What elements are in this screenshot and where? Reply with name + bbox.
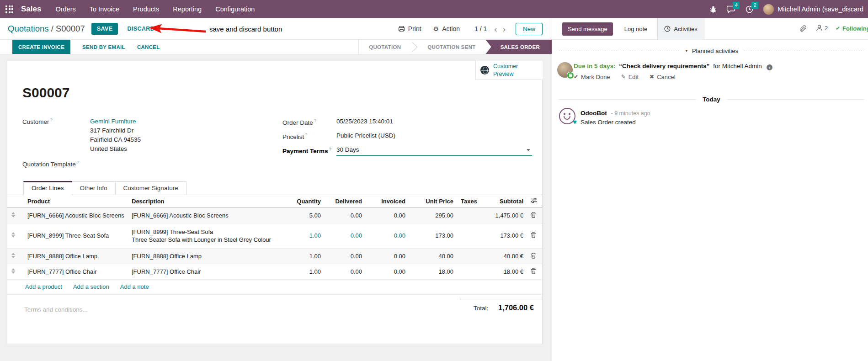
col-delivered[interactable]: Delivered — [325, 195, 366, 207]
col-invoiced[interactable]: Invoiced — [366, 195, 409, 207]
breadcrumb-quotations[interactable]: Quotations — [8, 24, 48, 33]
cell-taxes[interactable] — [457, 264, 478, 279]
activity-type-badge-icon — [567, 72, 574, 79]
cell-description[interactable]: [FURN_8888] Office Lamp — [128, 248, 283, 264]
discard-button[interactable]: DISCARD — [127, 26, 154, 32]
cell-product[interactable]: [FURN_7777] Office Chair — [18, 264, 128, 279]
add-note-link[interactable]: Add a note — [120, 283, 149, 290]
activities-tab[interactable]: Activities — [657, 18, 704, 40]
drag-handle-icon[interactable] — [11, 212, 15, 218]
col-subtotal[interactable]: Subtotal — [478, 195, 527, 207]
delete-row-button[interactable] — [531, 232, 536, 238]
drag-handle-icon[interactable] — [11, 268, 15, 274]
delete-row-button[interactable] — [531, 268, 536, 274]
new-button[interactable]: New — [516, 23, 543, 35]
apps-menu-icon[interactable] — [5, 5, 13, 13]
cell-taxes[interactable] — [457, 223, 478, 248]
cell-taxes[interactable] — [457, 207, 478, 223]
menu-orders[interactable]: Orders — [55, 5, 75, 13]
order-date-value[interactable]: 05/25/2023 15:40:01 — [336, 118, 393, 125]
check-icon: ✔ — [574, 73, 578, 81]
cancel-button[interactable]: CANCEL — [137, 40, 160, 54]
cell-quantity[interactable]: 1.00 — [283, 223, 325, 248]
col-product[interactable]: Product — [18, 195, 128, 207]
cell-unit-price[interactable]: 295.00 — [409, 207, 457, 223]
log-note-button[interactable]: Log note — [624, 26, 648, 32]
drag-handle-icon[interactable] — [11, 232, 15, 238]
cell-quantity[interactable]: 5.00 — [283, 207, 325, 223]
menu-configuration[interactable]: Configuration — [215, 5, 255, 13]
delete-row-button[interactable] — [531, 252, 536, 259]
user-menu[interactable]: Mitchell Admin (save_discard — [763, 4, 863, 15]
tab-order-lines[interactable]: Order Lines — [23, 181, 72, 195]
customer-preview-button[interactable]: Customer Preview — [475, 61, 543, 80]
cell-invoiced[interactable]: 0.00 — [366, 207, 409, 223]
dropdown-caret-icon[interactable] — [527, 149, 530, 151]
drag-handle-icon[interactable] — [11, 253, 15, 258]
stage-sales-order-active[interactable]: SALES ORDER — [486, 40, 552, 54]
col-quantity[interactable]: Quantity — [283, 195, 325, 207]
add-section-link[interactable]: Add a section — [73, 283, 109, 290]
cell-description[interactable]: [FURN_8999] Three-Seat Sofa Three Seater… — [128, 223, 283, 248]
create-invoice-button[interactable]: CREATE INVOICE — [12, 40, 70, 54]
messages-icon[interactable]: 4 — [727, 5, 735, 13]
menu-products[interactable]: Products — [133, 5, 159, 13]
following-button[interactable]: ✔ Following — [836, 25, 868, 32]
info-icon[interactable]: i — [767, 64, 772, 70]
cell-taxes[interactable] — [457, 248, 478, 264]
cell-unit-price[interactable]: 18.00 — [409, 264, 457, 279]
address-line: United States — [90, 144, 141, 154]
pager-next-icon[interactable]: › — [503, 25, 506, 33]
print-button[interactable]: Print — [398, 25, 421, 32]
send-by-email-button[interactable]: SEND BY EMAIL — [82, 40, 125, 54]
cell-product[interactable]: [FURN_8999] Three-Seat Sofa — [18, 223, 128, 248]
col-taxes[interactable]: Taxes — [457, 195, 478, 207]
cell-delivered[interactable]: 0.00 — [325, 248, 366, 264]
cell-delivered[interactable]: 0.00 — [325, 264, 366, 279]
debug-bug-icon[interactable] — [710, 5, 717, 13]
save-button[interactable]: SAVE — [91, 23, 118, 35]
stage-quotation-sent[interactable]: QUOTATION SENT — [417, 40, 485, 54]
mark-done-button[interactable]: ✔ Mark Done — [574, 73, 610, 81]
terms-placeholder[interactable]: Terms and conditions... — [24, 306, 88, 313]
cell-unit-price[interactable]: 173.00 — [409, 223, 457, 248]
cell-description[interactable]: [FURN_6666] Acoustic Bloc Screens — [128, 207, 283, 223]
optional-columns-icon[interactable] — [531, 197, 537, 203]
activity-line: Due in 5 days: “Check delivery requireme… — [574, 62, 772, 70]
action-button[interactable]: ⚙ Action — [433, 25, 460, 32]
stage-quotation[interactable]: QUOTATION — [359, 40, 411, 54]
pager-previous-icon[interactable]: ‹ — [494, 25, 497, 33]
app-name[interactable]: Sales — [21, 5, 41, 14]
cell-product[interactable]: [FURN_8888] Office Lamp — [18, 248, 128, 264]
cell-product[interactable]: [FURN_6666] Acoustic Bloc Screens — [18, 207, 128, 223]
cell-invoiced[interactable]: 0.00 — [366, 264, 409, 279]
cell-description[interactable]: [FURN_7777] Office Chair — [128, 264, 283, 279]
delete-row-button[interactable] — [531, 212, 536, 218]
cell-subtotal: 18.00 € — [478, 264, 527, 279]
customer-link[interactable]: Gemini Furniture — [90, 117, 141, 126]
cell-invoiced[interactable]: 0.00 — [366, 248, 409, 264]
payment-terms-input[interactable]: 30 Days — [336, 146, 532, 156]
menu-reporting[interactable]: Reporting — [173, 5, 202, 13]
send-message-button[interactable]: Send message — [562, 22, 613, 36]
col-unit-price[interactable]: Unit Price — [409, 195, 457, 207]
cell-delivered[interactable]: 0.00 — [325, 223, 366, 248]
message-author[interactable]: OdooBot — [580, 110, 607, 117]
attachment-button[interactable] — [799, 25, 807, 33]
cell-invoiced[interactable]: 0.00 — [366, 223, 409, 248]
add-product-link[interactable]: Add a product — [25, 283, 62, 290]
cancel-activity-button[interactable]: ✖ Cancel — [650, 73, 676, 81]
planned-activities-header[interactable]: ▼ Planned activities — [559, 48, 864, 54]
edit-activity-button[interactable]: ✎ Edit — [621, 73, 639, 81]
cell-delivered[interactable]: 0.00 — [325, 207, 366, 223]
followers-button[interactable]: 2 — [816, 25, 828, 32]
col-description[interactable]: Description — [128, 195, 283, 207]
tab-customer-signature[interactable]: Customer Signature — [116, 181, 186, 195]
cell-quantity[interactable]: 1.00 — [283, 248, 325, 264]
cell-quantity[interactable]: 1.00 — [283, 264, 325, 279]
cell-unit-price[interactable]: 40.00 — [409, 248, 457, 264]
activities-clock-icon[interactable]: 2 — [746, 5, 753, 13]
pricelist-value[interactable]: Public Pricelist (USD) — [336, 132, 395, 139]
tab-other-info[interactable]: Other Info — [72, 181, 116, 195]
menu-to-invoice[interactable]: To Invoice — [90, 5, 119, 13]
